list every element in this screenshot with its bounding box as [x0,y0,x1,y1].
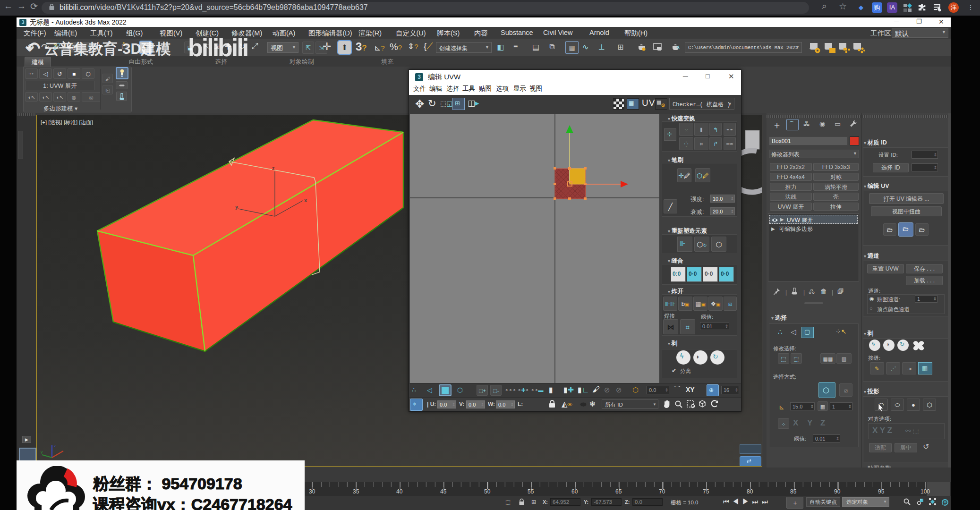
svg-text:y: y [235,204,239,210]
svg-text:y: y [41,450,43,454]
svg-text:z: z [272,165,275,171]
svg-text:z: z [54,443,56,448]
svg-text:x: x [304,197,307,203]
